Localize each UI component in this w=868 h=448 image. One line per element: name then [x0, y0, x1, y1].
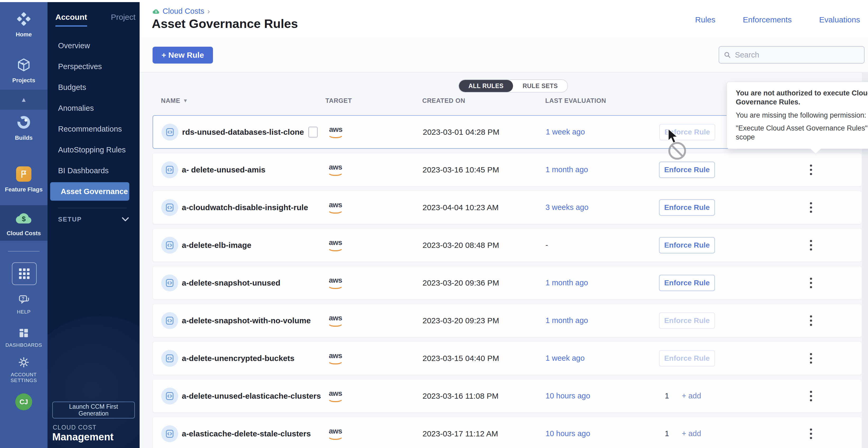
toggle-all-rules[interactable]: ALL RULES: [459, 80, 513, 92]
rail-item-home[interactable]: Home: [0, 6, 48, 42]
brand-eyebrow: CLOUD COST: [53, 424, 97, 431]
rail-item-label: Projects: [12, 77, 35, 83]
enforce-rule-button[interactable]: Enforce Rule: [659, 275, 715, 291]
rule-icon: [161, 275, 178, 291]
sidebar-item-overview[interactable]: Overview: [48, 36, 140, 55]
launch-ccm-first-gen-button[interactable]: Launch CCM First Generation: [52, 402, 135, 418]
row-menu-button[interactable]: [807, 237, 815, 253]
last-evaluation-value[interactable]: 1 week ago: [546, 354, 585, 362]
sidebar-item-anomalies[interactable]: Anomalies: [48, 99, 140, 117]
rail-item-dashboards[interactable]: DASHBOARDS: [0, 328, 48, 348]
rule-name: a-delete-unencrypted-buckets: [182, 354, 294, 363]
new-rule-button[interactable]: + New Rule: [153, 47, 213, 64]
rule-name: a-cloudwatch-disable-insight-rule: [182, 203, 308, 212]
sidebar-item-autostopping-rules[interactable]: AutoStopping Rules: [48, 141, 140, 159]
tab-account[interactable]: Account: [55, 13, 87, 27]
created-on-value: 2023-03-20 08:48 PM: [423, 241, 499, 249]
rule-name: a-delete-unused-elasticache-clusters: [182, 391, 321, 401]
row-menu-button[interactable]: [807, 162, 815, 178]
toolbar: + New Rule: [140, 37, 868, 72]
svg-text:$: $: [22, 215, 26, 223]
page-title: Asset Governance Rules: [152, 16, 298, 31]
link-evaluations[interactable]: Evaluations: [819, 15, 860, 24]
rail-item-cloud-costs[interactable]: $Cloud Costs: [0, 205, 48, 241]
rail-item-projects[interactable]: Projects: [0, 52, 48, 88]
feature-flags-icon: [15, 166, 32, 182]
rule-icon: [161, 388, 178, 405]
main-area: $ Cloud Costs › Asset Governance Rules R…: [140, 0, 868, 448]
dashboards-icon: [18, 328, 29, 340]
last-evaluation-value[interactable]: 1 month ago: [546, 316, 588, 324]
rule-icon: [161, 124, 178, 141]
table-row[interactable]: a-delete-unused-elasticache-clustersaws2…: [153, 379, 862, 413]
last-evaluation-value[interactable]: 1 week ago: [546, 128, 585, 136]
sort-caret-icon: ▼: [183, 98, 188, 104]
cloud-costs-icon: $: [153, 9, 159, 14]
toggle-rule-sets[interactable]: RULE SETS: [513, 80, 567, 92]
enforce-rule-button[interactable]: Enforce Rule: [659, 237, 715, 253]
row-menu-button[interactable]: [807, 350, 815, 366]
setup-section-toggle[interactable]: SETUP: [58, 216, 129, 223]
last-evaluation-value[interactable]: 10 hours ago: [546, 391, 590, 400]
add-enforcement-link[interactable]: + add: [682, 429, 701, 438]
table-row[interactable]: a-cloudwatch-disable-insight-ruleaws2023…: [153, 191, 862, 224]
rule-name: a-delete-snapshot-with-no-volume: [182, 316, 311, 325]
table-row[interactable]: a-delete-snapshot-unusedaws2023-03-20 09…: [153, 266, 862, 300]
aws-logo: aws: [326, 352, 345, 365]
table-row[interactable]: a-elasticache-delete-stale-clustersaws20…: [153, 417, 862, 448]
enforce-rule-button[interactable]: Enforce Rule: [659, 124, 715, 140]
sidebar-item-budgets[interactable]: Budgets: [48, 78, 140, 97]
row-menu-button[interactable]: [807, 388, 815, 404]
rail-item-help[interactable]: ?HELP: [0, 295, 48, 315]
sidebar-item-label: Perspectives: [58, 62, 102, 71]
add-enforcement-link[interactable]: + add: [682, 391, 701, 400]
enforcement-count: 1: [665, 429, 669, 438]
column-header-name[interactable]: NAME▼: [161, 97, 326, 104]
enforce-rule-button[interactable]: Enforce Rule: [659, 350, 715, 367]
svg-text:?: ?: [22, 296, 24, 301]
rail-item-feature-flags[interactable]: Feature Flags: [0, 161, 48, 197]
rail-item-label: Cloud Costs: [7, 230, 41, 237]
search-box: [719, 46, 865, 64]
last-evaluation-value[interactable]: 3 weeks ago: [546, 203, 589, 211]
sidebar-item-bi-dashboards[interactable]: BI Dashboards: [48, 161, 140, 180]
collapse-rail-button[interactable]: ▲: [0, 90, 48, 110]
row-menu-button[interactable]: [807, 426, 815, 442]
rail-item-account-settings[interactable]: ACCOUNT SETTINGS: [0, 356, 48, 383]
aws-logo: aws: [326, 427, 345, 440]
row-menu-button[interactable]: [807, 200, 815, 215]
sidebar-item-asset-governance[interactable]: Asset Governance: [50, 182, 129, 201]
avatar[interactable]: CJ: [15, 393, 32, 410]
table-row[interactable]: a- delete-unused-amisaws2023-03-16 10:45…: [153, 153, 862, 186]
link-rules[interactable]: Rules: [695, 15, 715, 24]
sidebar-item-perspectives[interactable]: Perspectives: [48, 57, 140, 76]
search-input[interactable]: [735, 50, 859, 60]
copy-icon[interactable]: [308, 127, 318, 138]
table-row[interactable]: a-delete-snapshot-with-no-volumeaws2023-…: [153, 304, 862, 337]
row-menu-button[interactable]: [807, 313, 815, 329]
cloud-costs-icon: $: [15, 209, 32, 226]
enforce-rule-button[interactable]: Enforce Rule: [659, 312, 715, 329]
header-links: Rules Enforcements Evaluations: [695, 15, 860, 24]
module-rail: ▲ CJ HomeProjectsBuildsFeature Flags$Clo…: [0, 0, 48, 448]
link-enforcements[interactable]: Enforcements: [743, 15, 792, 24]
row-menu-button[interactable]: [807, 275, 815, 291]
table-row[interactable]: a-delete-unencrypted-bucketsaws2023-03-1…: [153, 342, 862, 375]
aws-logo: aws: [326, 314, 345, 327]
enforce-rule-button[interactable]: Enforce Rule: [659, 199, 715, 216]
column-header-created-on: CREATED ON: [422, 97, 545, 104]
sidebar-item-recommendations[interactable]: Recommendations: [48, 120, 140, 138]
aws-logo: aws: [326, 126, 345, 138]
last-evaluation-value[interactable]: 1 month ago: [546, 165, 588, 174]
created-on-value: 2023-04-04 10:23 AM: [423, 203, 499, 212]
enforce-rule-button[interactable]: Enforce Rule: [659, 162, 715, 178]
rail-item-builds[interactable]: Builds: [0, 110, 48, 145]
module-picker-button[interactable]: [12, 262, 37, 285]
table-row[interactable]: a-delete-elb-imageaws2023-03-20 08:48 PM…: [153, 228, 862, 262]
last-evaluation-value[interactable]: 1 month ago: [546, 278, 588, 287]
column-header-last-evaluation: LAST EVALUATION: [545, 97, 651, 104]
tab-project[interactable]: Project: [111, 13, 135, 27]
breadcrumb-cloud-costs-link[interactable]: Cloud Costs: [162, 7, 204, 15]
last-evaluation-value[interactable]: 10 hours ago: [546, 429, 590, 438]
window-top-edge: [0, 0, 868, 2]
